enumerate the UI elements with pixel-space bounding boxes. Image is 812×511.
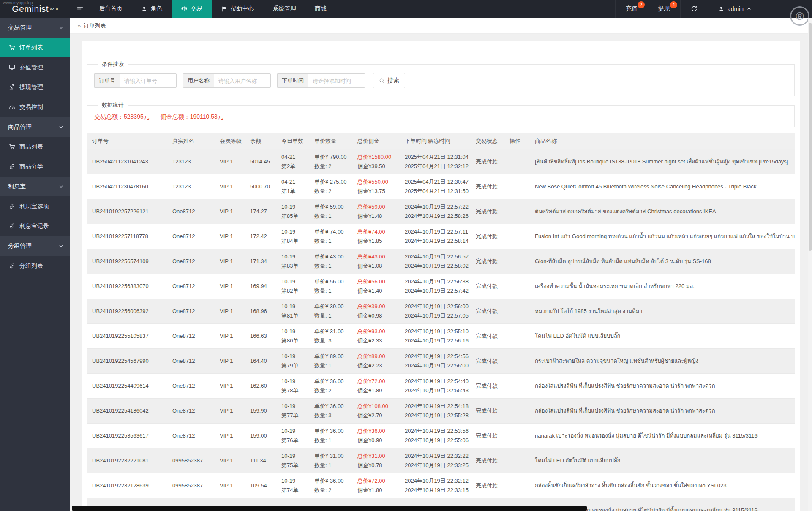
cell-real-name: One8712	[167, 274, 215, 299]
stats-legend: 数据统计	[98, 101, 128, 109]
cell-line-2: 佣金¥1.85	[357, 236, 395, 245]
cell-order-time: 2024年10月19日 22:55:102024年10月19日 22:56:16	[400, 323, 471, 348]
cell-product-name: Fusion Int แก้ว Good morning ทรงอ้วน แก้…	[530, 224, 795, 249]
link-icon	[9, 203, 15, 209]
nav-item-help-center[interactable]: 帮助中心	[212, 0, 263, 18]
stats-text: 交易总额：528395元佣金总额：190110.53元	[94, 113, 787, 121]
cell-line-1: 单价¥ 31.00	[314, 451, 347, 460]
cell-today-orders: 10-19第80单	[276, 323, 309, 348]
search-fieldset: 条件搜索 订单号 用户名称 下单时间 搜索	[87, 60, 795, 96]
refresh-icon	[691, 5, 698, 12]
order-no-input[interactable]	[120, 73, 177, 88]
cell-total-commission: 总价¥43.00佣金¥1.08	[352, 249, 400, 274]
sidebar-item-order-list[interactable]: 订单列表	[0, 38, 70, 57]
sidebar-item-recharge-management[interactable]: 充值管理	[0, 57, 70, 77]
cell-product-name: New Bose QuietComfort 45 Bluetooth Wirel…	[530, 174, 795, 199]
link-icon	[9, 223, 15, 229]
nav-item-mall[interactable]: 商城	[305, 0, 336, 18]
cell-order-no: UB2410192257118778	[87, 224, 167, 249]
cell-price-qty: 单价¥ 31.00数量: 3	[309, 323, 352, 348]
registered-mark-watermark: ®	[790, 6, 809, 26]
cell-trade-status: 完成付款	[471, 473, 504, 498]
nav-item-roles[interactable]: 角色	[132, 0, 172, 18]
cell-action	[504, 299, 530, 323]
url-watermark: www.myppp.top	[3, 0, 33, 5]
cell-line-2: 第77单	[281, 411, 304, 420]
cell-balance: 166.63	[245, 323, 276, 348]
table-row: UB2410192255105837One8712VIP 1166.6310-1…	[87, 323, 795, 348]
nav-item-label: 交易	[191, 5, 202, 13]
sidebar-item-withdraw-management[interactable]: 提现管理	[0, 77, 70, 97]
cell-order-time: 2024年10月19日 22:32:122024年10月19日 22:33:15	[400, 473, 471, 498]
cell-line-1: 2024年10月19日 22:55:10	[405, 327, 466, 336]
cell-total-commission: 总价¥36.00佣金¥0.90	[352, 423, 400, 448]
sidebar-item-label: 提现管理	[19, 84, 43, 91]
cell-total-commission: 总价¥56.00佣金¥1.40	[352, 274, 400, 299]
withdraw-badge: 4	[670, 1, 677, 8]
sidebar-group-label: 利息宝	[8, 183, 26, 190]
sidebar-group-interest-treasure[interactable]: 利息宝	[0, 177, 70, 196]
sidebar-group-label: 交易管理	[8, 24, 32, 32]
cell-today-orders: 10-19第75单	[276, 448, 309, 473]
cell-today-orders: 10-19第83单	[276, 249, 309, 274]
order-time-input-group: 下单时间	[277, 73, 365, 88]
cell-today-orders: 10-19第82单	[276, 274, 309, 299]
cell-price-qty: 单价¥ 36.00数量: 1	[309, 423, 352, 448]
sidebar-toggle-button[interactable]	[70, 0, 90, 18]
sidebar-group-product-management[interactable]: 商品管理	[0, 117, 70, 137]
cell-total-commission: 总价¥74.00佣金¥1.85	[352, 224, 400, 249]
cell-order-no: UB2410192256574109	[87, 249, 167, 274]
horizontal-scrollbar[interactable]	[72, 506, 587, 511]
cell-order-time: 2024年10月19日 22:56:382024年10月19日 22:57:42	[400, 274, 471, 299]
cell-order-no: UB2504211230478160	[87, 174, 167, 199]
cell-line-1: 2024年10月19日 22:53:56	[405, 427, 466, 435]
cell-line-1: 10-19	[281, 352, 304, 361]
cell-trade-status: 完成付款	[471, 323, 504, 348]
cell-product-name: หมวกแก๊ป โลโก้ 1985 งานใหม่ล่าสุด งานดีม…	[530, 299, 795, 323]
vertical-scrollbar-thumb[interactable]	[809, 23, 812, 251]
cell-action	[504, 423, 530, 448]
cell-vip-level: VIP 1	[215, 473, 245, 498]
chevron-down-icon	[58, 124, 64, 130]
cell-line-1: 单价¥ 790.00	[314, 152, 347, 161]
table-row: UB2410192257118778One8712VIP 1172.4210-1…	[87, 224, 795, 249]
cell-line-2: 2024年10月19日 22:33:25	[405, 461, 466, 470]
sidebar-item-interest-records[interactable]: 利息宝记录	[0, 216, 70, 236]
sidebar-group-trade-management[interactable]: 交易管理	[0, 18, 70, 38]
sidebar-item-product-category[interactable]: 商品分类	[0, 157, 70, 177]
sidebar-group-group-management[interactable]: 分组管理	[0, 236, 70, 256]
orders-table-body: UB2504211231041243123123VIP 15014.4504-2…	[87, 149, 795, 511]
withdraw-nav-button[interactable]: 提现 4	[648, 0, 680, 18]
cell-balance: 5000.70	[245, 174, 276, 199]
sidebar-item-product-list[interactable]: 商品列表	[0, 137, 70, 157]
cell-balance: 159.90	[245, 398, 276, 423]
chevron-down-icon	[58, 25, 64, 30]
order-time-input[interactable]	[308, 73, 365, 88]
recharge-nav-button[interactable]: 充值 2	[615, 0, 648, 18]
cell-line-1: 2024年10月19日 22:56:57	[405, 252, 466, 261]
user-menu[interactable]: admin	[708, 0, 762, 18]
stats-fieldset: 数据统计 交易总额：528395元佣金总额：190110.53元	[87, 101, 795, 127]
cell-order-time: 2024年10月19日 22:54:182024年10月19日 22:55:28	[400, 398, 471, 423]
vertical-scrollbar[interactable]	[808, 18, 812, 511]
cell-line-2: 佣金¥2.70	[357, 411, 395, 420]
cell-order-no: UB2410192256383070	[87, 274, 167, 299]
cell-order-time: 2024年10月19日 22:54:562024年10月19日 22:56:00	[400, 348, 471, 373]
sidebar-item-trade-control[interactable]: 交易控制	[0, 97, 70, 117]
nav-item-system[interactable]: 系统管理	[263, 0, 305, 18]
refresh-button[interactable]	[680, 0, 708, 18]
search-button[interactable]: 搜索	[373, 73, 405, 88]
cell-vip-level: VIP 1	[215, 224, 245, 249]
user-name-input[interactable]	[214, 73, 271, 88]
cell-action	[504, 348, 530, 373]
sidebar-item-group-list[interactable]: 分组列表	[0, 256, 70, 276]
sidebar-item-interest-options[interactable]: 利息宝选项	[0, 196, 70, 216]
cell-line-2: 第78单	[281, 386, 304, 395]
table-row: UB24101922321286390995852387VIP 1109.541…	[87, 473, 795, 498]
recharge-label: 充值	[626, 5, 638, 13]
cell-product-name: โคมไฟ LED อัตโนมัติ แบบเสียบปลั๊ก	[530, 448, 795, 473]
nav-item-trade[interactable]: 交易	[172, 0, 212, 18]
orders-table-head: 订单号真实姓名会员等级余额今日单数单价数量总价佣金下单时间 解冻时间交易状态操作…	[87, 133, 795, 149]
sidebar-item-label: 利息宝选项	[19, 203, 49, 210]
nav-item-home[interactable]: 后台首页	[90, 0, 132, 18]
